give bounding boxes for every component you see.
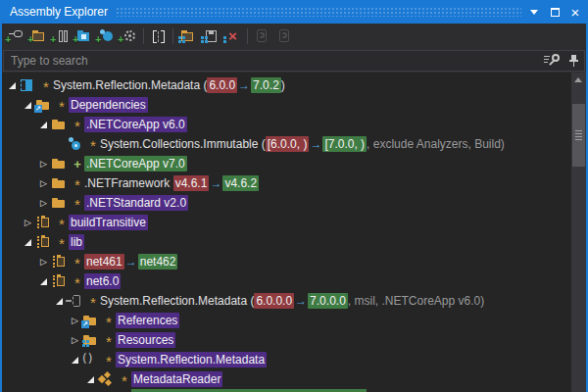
- expander-icon[interactable]: [84, 369, 97, 389]
- folder-icon: [50, 174, 68, 192]
- expander-icon[interactable]: ▷: [69, 311, 81, 330]
- search-options-button[interactable]: [543, 52, 561, 70]
- tree-row[interactable]: ▷*net461→net462: [2, 252, 569, 271]
- tree-row[interactable]: ▷↗*References: [2, 311, 569, 330]
- nuget-circles-icon: [66, 135, 83, 153]
- titlebar-drag-pattern: [116, 7, 521, 17]
- toolbar-separator: [143, 28, 144, 44]
- titlebar[interactable]: Assembly Explorer ×: [0, 0, 588, 24]
- expander-icon[interactable]: ▷: [37, 173, 50, 193]
- expander-icon[interactable]: ▷: [37, 252, 50, 271]
- expander-icon[interactable]: [37, 115, 50, 134]
- maximize-icon: [551, 8, 560, 17]
- folder-icon: [50, 116, 68, 133]
- remove-icon: ×: [222, 27, 240, 45]
- search-box[interactable]: [3, 50, 585, 72]
- tree-row[interactable]: *System.Reflection.Metadata (6.0.0.0→7.0…: [2, 291, 569, 311]
- tree-row[interactable]: ▷*buildTransitive: [2, 213, 569, 232]
- expander-icon[interactable]: [22, 95, 34, 115]
- tree-row-text-segment: →: [209, 176, 222, 190]
- search-icon: [544, 56, 550, 57]
- generate-pdb-alt-button[interactable]: [273, 25, 296, 47]
- expander-icon[interactable]: ▷: [22, 213, 34, 232]
- open-from-folder-button[interactable]: +: [73, 25, 95, 47]
- expander-icon[interactable]: [69, 350, 81, 369]
- modified-marker: *: [102, 330, 116, 351]
- tree-row-text-segment: System.Reflection.Metadata: [116, 352, 267, 368]
- scroll-thumb[interactable]: [572, 104, 585, 167]
- remove-assembly-list-button[interactable]: ×: [221, 25, 244, 47]
- add-from-gac-icon: +: [51, 27, 69, 45]
- toolbar: ++++++×: [2, 24, 586, 49]
- tree-row[interactable]: ▷*Resources: [2, 330, 569, 350]
- resources-icon: [81, 331, 99, 349]
- vertical-scrollbar[interactable]: [571, 73, 586, 392]
- tree-row[interactable]: *System.Collections.Immutable ([6.0.0, )…: [2, 134, 569, 154]
- tree-row[interactable]: *System.Reflection.Metadata (6.0.0→7.0.2…: [2, 75, 569, 95]
- titlebar-controls: ×: [527, 0, 582, 24]
- namespace-icon: (): [81, 351, 99, 368]
- tree-row[interactable]: ▷*.NETFramework v4.6.1→v4.6.2: [2, 173, 569, 193]
- add-from-gac-button[interactable]: +: [50, 25, 73, 47]
- save-assembly-list-button[interactable]: [199, 25, 221, 47]
- expander-icon[interactable]: [53, 291, 66, 311]
- expander-icon[interactable]: [37, 271, 50, 291]
- folder-icon: [50, 194, 68, 212]
- nuget-package-icon: [19, 76, 36, 94]
- show-sources-button[interactable]: [147, 25, 170, 47]
- modified-marker: *: [102, 350, 116, 370]
- assembly-tree[interactable]: *System.Reflection.Metadata (6.0.0→7.0.2…: [2, 73, 569, 392]
- window-position-button[interactable]: [527, 4, 541, 20]
- tree-row-text-segment: 7.0.0.0: [308, 293, 348, 309]
- save-assembly-list-icon: [200, 27, 218, 45]
- tree-row-text-segment: net462: [138, 254, 178, 270]
- tree-row-text-segment: →: [124, 255, 138, 269]
- tree-row-text-segment: [7.0.0, ): [322, 136, 367, 152]
- tree-row[interactable]: *MetadataReader: [2, 369, 569, 389]
- modified-marker: *: [71, 173, 84, 194]
- expander-icon[interactable]: ▷: [37, 154, 50, 173]
- tree-row-text-segment: System.Reflection.Metadata (: [100, 294, 254, 308]
- maximize-button[interactable]: [548, 4, 562, 20]
- class-icon: [97, 370, 115, 388]
- modified-marker: *: [102, 311, 116, 331]
- expander-icon[interactable]: [6, 75, 19, 95]
- expander-icon[interactable]: ▷: [37, 193, 50, 213]
- tree-row-text-segment: MetadataReader: [131, 371, 222, 387]
- add-from-nuget-icon: +: [96, 27, 114, 45]
- search-input[interactable]: [4, 54, 543, 68]
- package-folder-icon: [34, 233, 52, 251]
- toolbar-separator: [172, 28, 173, 44]
- pdb-icon: [274, 27, 292, 45]
- open-assembly-list-button[interactable]: [176, 25, 199, 47]
- tree-row-text-segment: , msil, .NETCoreApp v6.0): [348, 294, 484, 308]
- added-marker: +: [71, 155, 84, 172]
- tree-row-text-segment: →: [294, 294, 308, 308]
- expander-icon[interactable]: ▷: [69, 330, 81, 350]
- references-icon: ↗: [81, 312, 99, 329]
- add-assembly-button[interactable]: +: [5, 25, 27, 47]
- tree-row[interactable]: ()*System.Reflection.Metadata: [2, 350, 569, 369]
- tree-row[interactable]: ▷+.NETCoreApp v7.0: [2, 154, 569, 173]
- add-from-nuget-button[interactable]: +: [95, 25, 118, 47]
- tree-row-text-segment: Resources: [116, 332, 175, 348]
- tree-row[interactable]: *net6.0: [2, 271, 569, 291]
- close-button[interactable]: ×: [568, 4, 582, 20]
- close-icon: ×: [571, 5, 580, 20]
- attach-to-process-button[interactable]: +: [118, 25, 140, 47]
- modified-marker: *: [55, 232, 69, 253]
- tree-row[interactable]: *lib: [2, 232, 569, 252]
- assembly-list-icon: [177, 27, 195, 45]
- open-folder-button[interactable]: +: [27, 25, 50, 47]
- tree-row[interactable]: ▷*.NETStandard v2.0: [2, 193, 569, 213]
- tree-row-text-segment: System.Collections.Immutable (: [100, 137, 266, 151]
- tree-row-text-segment: ): [281, 78, 285, 92]
- modified-marker: *: [71, 115, 84, 135]
- add-assembly-icon: +: [6, 27, 24, 45]
- tree-row[interactable]: *.NETCoreApp v6.0: [2, 115, 569, 134]
- expander-icon[interactable]: [22, 232, 34, 252]
- scroll-up-icon[interactable]: [574, 77, 582, 82]
- generate-pdb-button[interactable]: [251, 25, 273, 47]
- pin-button[interactable]: [564, 52, 581, 70]
- tree-row[interactable]: ↗*Dependencies: [2, 95, 569, 115]
